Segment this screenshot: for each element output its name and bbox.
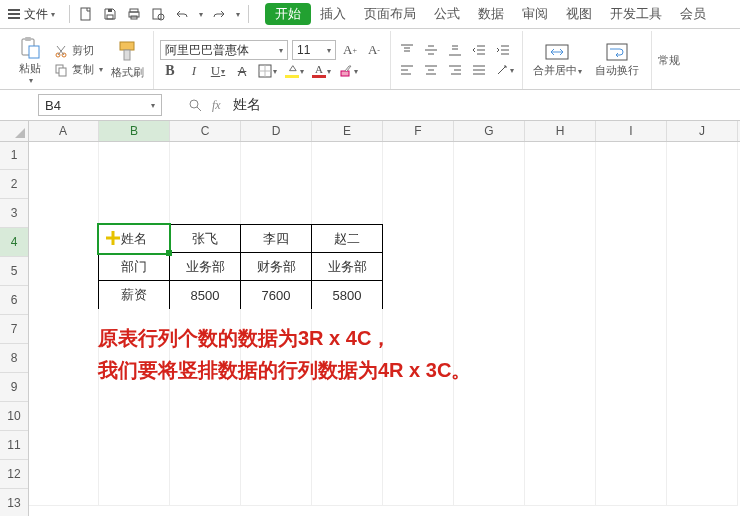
col-header-B[interactable]: B (99, 121, 170, 141)
orientation-icon[interactable]: ▾ (493, 61, 516, 79)
tab-view[interactable]: 视图 (557, 0, 601, 28)
increase-font-icon[interactable]: A+ (340, 41, 360, 59)
search-icon[interactable] (188, 98, 202, 112)
font-name-select[interactable]: 阿里巴巴普惠体▾ (160, 40, 288, 60)
font-color-button[interactable]: A ▾ (310, 62, 333, 80)
col-header-I[interactable]: I (596, 121, 667, 141)
row-header-5[interactable]: 5 (0, 257, 28, 286)
tab-review[interactable]: 审阅 (513, 0, 557, 28)
cell-C4[interactable]: 张飞 (169, 224, 241, 254)
tab-page-layout[interactable]: 页面布局 (355, 0, 425, 28)
undo-dropdown[interactable]: ▾ (199, 10, 203, 19)
decrease-font-icon[interactable]: A- (364, 41, 384, 59)
cell-E4[interactable]: 赵二 (311, 224, 383, 254)
undo-icon[interactable] (174, 6, 190, 22)
tab-home[interactable]: 开始 (265, 3, 311, 25)
cell-C5[interactable]: 业务部 (169, 252, 241, 282)
svg-rect-2 (108, 9, 112, 12)
wrap-text-button[interactable]: 自动换行 (589, 42, 645, 78)
cell-E6[interactable]: 5800 (311, 280, 383, 310)
bold-button[interactable]: B (160, 62, 180, 80)
paste-button[interactable]: 粘贴▾ (10, 36, 50, 85)
file-menu[interactable]: 文件 ▾ (0, 0, 63, 28)
number-format-select[interactable]: 常规 (658, 53, 698, 68)
align-top-icon[interactable] (397, 41, 417, 59)
font-group: 阿里巴巴普惠体▾ 11▾ A+ A- B I U▾ A ▾ ▾ (154, 31, 391, 89)
tab-insert[interactable]: 插入 (311, 0, 355, 28)
format-painter-button[interactable]: 格式刷 (107, 40, 147, 80)
print-preview-icon[interactable] (150, 6, 166, 22)
cut-button[interactable]: 剪切 (54, 43, 103, 58)
name-box[interactable]: B4 ▾ (38, 94, 162, 116)
select-all-corner[interactable] (0, 121, 29, 142)
align-center-icon[interactable] (421, 61, 441, 79)
underline-button[interactable]: U▾ (208, 62, 228, 80)
cell-D6[interactable]: 7600 (240, 280, 312, 310)
align-middle-icon[interactable] (421, 41, 441, 59)
fill-handle[interactable] (166, 250, 172, 256)
row-header-6[interactable]: 6 (0, 286, 28, 315)
col-header-G[interactable]: G (454, 121, 525, 141)
number-group: 常规 (652, 31, 704, 89)
col-header-A[interactable]: A (28, 121, 99, 141)
tab-developer[interactable]: 开发工具 (601, 0, 671, 28)
new-doc-icon[interactable] (78, 6, 94, 22)
quick-access-toolbar: ▾ ▾ (63, 0, 255, 28)
row-header-13[interactable]: 13 (0, 489, 28, 516)
clear-format-button[interactable]: ▾ (337, 62, 360, 80)
row-header-7[interactable]: 7 (0, 315, 28, 344)
increase-indent-icon[interactable] (493, 41, 513, 59)
column-headers: A B C D E F G H I J (28, 121, 740, 142)
chevron-down-icon: ▾ (151, 101, 155, 110)
border-button[interactable]: ▾ (256, 62, 279, 80)
redo-icon[interactable] (211, 6, 227, 22)
row-header-1[interactable]: 1 (0, 141, 28, 170)
annotation-line-2: 我们要将竖排数据的行列数据为4R x 3C。 (98, 355, 471, 385)
row-header-9[interactable]: 9 (0, 373, 28, 402)
formula-bar[interactable]: 姓名 (233, 90, 740, 120)
print-icon[interactable] (126, 6, 142, 22)
svg-rect-20 (607, 44, 627, 60)
row-header-3[interactable]: 3 (0, 199, 28, 228)
cell-B5[interactable]: 部门 (98, 252, 170, 282)
fx-icon[interactable]: fx (212, 98, 221, 113)
cell-D5[interactable]: 财务部 (240, 252, 312, 282)
row-header-4[interactable]: 4 (0, 228, 28, 257)
col-header-D[interactable]: D (241, 121, 312, 141)
redo-dropdown[interactable]: ▾ (236, 10, 240, 19)
cell-D4[interactable]: 李四 (240, 224, 312, 254)
cell-E5[interactable]: 业务部 (311, 252, 383, 282)
italic-button[interactable]: I (184, 62, 204, 80)
align-right-icon[interactable] (445, 61, 465, 79)
align-bottom-icon[interactable] (445, 41, 465, 59)
tab-member[interactable]: 会员 (671, 0, 715, 28)
cell-grid[interactable]: 姓名 张飞 李四 赵二 部门 业务部 财务部 业务部 薪资 8500 76 (28, 141, 740, 516)
cell-B6[interactable]: 薪资 (98, 280, 170, 310)
merge-center-button[interactable]: 合并居中▾ (529, 42, 585, 78)
col-header-C[interactable]: C (170, 121, 241, 141)
svg-rect-1 (107, 15, 113, 19)
align-left-icon[interactable] (397, 61, 417, 79)
chevron-down-icon: ▾ (51, 10, 55, 19)
row-header-11[interactable]: 11 (0, 431, 28, 460)
row-header-12[interactable]: 12 (0, 460, 28, 489)
col-header-E[interactable]: E (312, 121, 383, 141)
svg-rect-9 (25, 37, 31, 41)
col-header-F[interactable]: F (383, 121, 454, 141)
row-header-2[interactable]: 2 (0, 170, 28, 199)
col-header-J[interactable]: J (667, 121, 738, 141)
save-icon[interactable] (102, 6, 118, 22)
row-header-8[interactable]: 8 (0, 344, 28, 373)
copy-button[interactable]: 复制▾ (54, 62, 103, 77)
strikethrough-button[interactable]: A (232, 62, 252, 80)
cell-B4[interactable]: 姓名 (98, 224, 170, 254)
tab-formulas[interactable]: 公式 (425, 0, 469, 28)
fill-color-button[interactable]: ▾ (283, 62, 306, 80)
justify-icon[interactable] (469, 61, 489, 79)
col-header-H[interactable]: H (525, 121, 596, 141)
decrease-indent-icon[interactable] (469, 41, 489, 59)
cell-C6[interactable]: 8500 (169, 280, 241, 310)
tab-data[interactable]: 数据 (469, 0, 513, 28)
row-header-10[interactable]: 10 (0, 402, 28, 431)
font-size-select[interactable]: 11▾ (292, 40, 336, 60)
